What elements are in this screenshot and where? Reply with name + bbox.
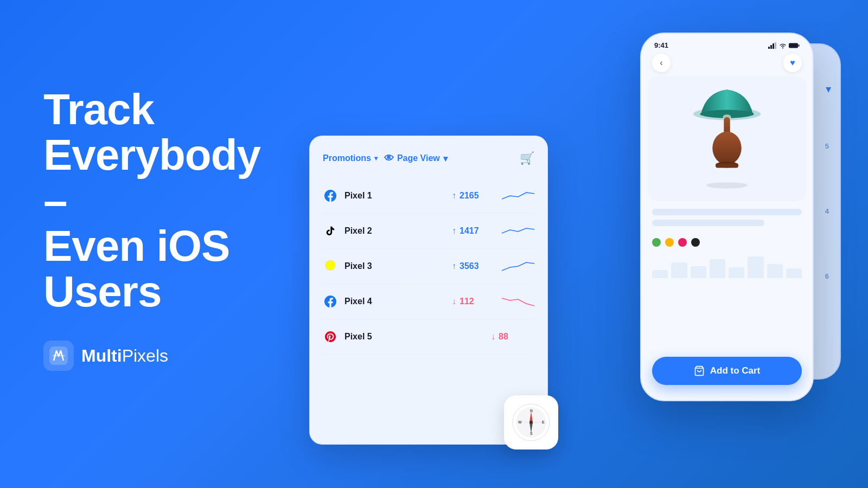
pixel-3-chart — [502, 259, 534, 274]
analytics-panel: Promotions ▾ 👁 Page View ▾ 🛒 Pixel 1 ↑ 2… — [309, 136, 548, 445]
color-swatches — [641, 235, 813, 250]
headline-section: Track Everybody – Even iOS Users MultiPi… — [43, 87, 282, 371]
phone-nav: ‹ ♥ — [641, 49, 813, 76]
cart-icon-btn — [694, 365, 705, 376]
product-title-skeleton — [652, 209, 802, 215]
svg-rect-14 — [770, 45, 772, 49]
wishlist-button[interactable]: ♥ — [783, 54, 802, 72]
bg-phone-number-3: 6 — [825, 272, 829, 280]
product-info — [641, 201, 813, 235]
pixel-4-value: 112 — [459, 297, 474, 306]
bg-phone-number-2: 4 — [825, 207, 829, 215]
tiktok-icon-2 — [323, 223, 338, 239]
pixel-row-1: Pixel 1 ↑ 2165 — [323, 178, 534, 214]
snapchat-icon-3 — [323, 259, 338, 274]
bar-4 — [710, 259, 725, 278]
svg-text:N: N — [530, 409, 533, 413]
pixel-4-chart — [502, 294, 534, 309]
main-phone: 9:41 — [640, 33, 814, 401]
product-subtitle-skeleton — [652, 220, 764, 226]
brand-name: MultiPixels — [81, 346, 168, 366]
bar-2 — [671, 262, 687, 278]
pixel-3-value: 3563 — [459, 261, 479, 271]
up-arrow-3: ↑ — [452, 261, 456, 271]
pixel-5-name: Pixel 5 — [344, 332, 484, 342]
battery-icon — [789, 42, 800, 49]
pixel-2-chart — [502, 223, 534, 239]
add-to-cart-button[interactable]: Add to Cart — [652, 357, 802, 385]
phone-inner: 9:41 — [641, 34, 813, 400]
pinterest-icon-5 — [323, 329, 338, 344]
bg-phone-dropdown-icon: ▾ — [826, 82, 831, 95]
facebook-icon-1 — [323, 188, 338, 203]
pixel-row-3: Pixel 3 ↑ 3563 — [323, 249, 534, 284]
down-arrow-5: ↓ — [491, 332, 495, 342]
lamp-illustration — [684, 82, 770, 196]
bar-3 — [691, 266, 706, 278]
bar-8 — [786, 268, 802, 278]
promotions-filter[interactable]: Promotions ▾ — [323, 153, 378, 163]
wifi-icon — [779, 42, 787, 49]
color-black[interactable] — [691, 238, 700, 247]
pixel-4-name: Pixel 4 — [344, 297, 445, 306]
add-to-cart-label: Add to Cart — [710, 365, 761, 376]
eye-icon: 👁 — [384, 153, 394, 164]
headline-text: Track Everybody – Even iOS Users — [43, 87, 282, 314]
svg-point-23 — [712, 132, 741, 165]
pixel-row-4: Pixel 4 ↓ 112 — [323, 284, 534, 319]
pixel-3-stat: ↑ 3563 — [452, 261, 495, 271]
svg-text:S: S — [530, 432, 533, 435]
svg-point-26 — [706, 182, 748, 188]
svg-rect-16 — [775, 42, 776, 49]
pixel-4-stat: ↓ 112 — [452, 297, 495, 306]
signal-icon — [768, 42, 777, 49]
pixel-1-chart — [502, 188, 534, 203]
phone-time: 9:41 — [654, 41, 668, 49]
color-green[interactable] — [652, 238, 661, 247]
svg-rect-25 — [716, 164, 738, 168]
pixel-3-name: Pixel 3 — [344, 261, 445, 271]
pixel-1-name: Pixel 1 — [344, 191, 445, 201]
pixel-2-value: 1417 — [459, 226, 479, 236]
page-view-chevron: ▾ — [443, 153, 448, 164]
promotions-label: Promotions — [323, 153, 371, 163]
svg-rect-17 — [789, 43, 798, 48]
brand-logo: MultiPixels — [43, 341, 282, 371]
color-red[interactable] — [678, 238, 687, 247]
pixel-1-stat: ↑ 2165 — [452, 191, 495, 201]
svg-rect-13 — [768, 47, 770, 49]
page-view-label: Page View — [397, 153, 440, 163]
svg-rect-18 — [799, 44, 800, 47]
bar-6 — [748, 256, 763, 278]
bar-chart — [641, 250, 813, 282]
phone-status-bar: 9:41 — [641, 34, 813, 49]
up-arrow-1: ↑ — [452, 191, 456, 201]
product-image-area — [648, 76, 806, 201]
svg-text:E: E — [542, 420, 545, 424]
down-arrow-4: ↓ — [452, 297, 456, 306]
bar-1 — [652, 270, 668, 278]
page-view-filter[interactable]: 👁 Page View ▾ — [384, 153, 448, 164]
compass-badge: N S E W — [504, 395, 558, 450]
pixel-1-value: 2165 — [459, 191, 479, 201]
bg-phone-number-1: 5 — [825, 142, 829, 150]
back-button[interactable]: ‹ — [652, 54, 671, 72]
cart-icon[interactable]: 🛒 — [520, 151, 534, 165]
bar-5 — [729, 267, 744, 278]
pixel-5-value: 88 — [499, 332, 508, 342]
bar-7 — [767, 264, 783, 278]
facebook-icon-4 — [323, 294, 338, 309]
pixel-row-5: Pixel 5 ↓ 88 — [323, 319, 534, 355]
status-icons — [768, 42, 800, 49]
color-yellow[interactable] — [665, 238, 674, 247]
brand-icon — [43, 341, 74, 371]
pixel-2-name: Pixel 2 — [344, 226, 445, 236]
pixel-5-stat: ↓ 88 — [491, 332, 534, 342]
up-arrow-2: ↑ — [452, 226, 456, 236]
pixel-2-stat: ↑ 1417 — [452, 226, 495, 236]
svg-text:W: W — [518, 420, 522, 424]
svg-point-12 — [529, 421, 533, 424]
svg-rect-15 — [773, 43, 774, 49]
promotions-chevron: ▾ — [374, 155, 378, 162]
pixel-row-2: Pixel 2 ↑ 1417 — [323, 214, 534, 249]
